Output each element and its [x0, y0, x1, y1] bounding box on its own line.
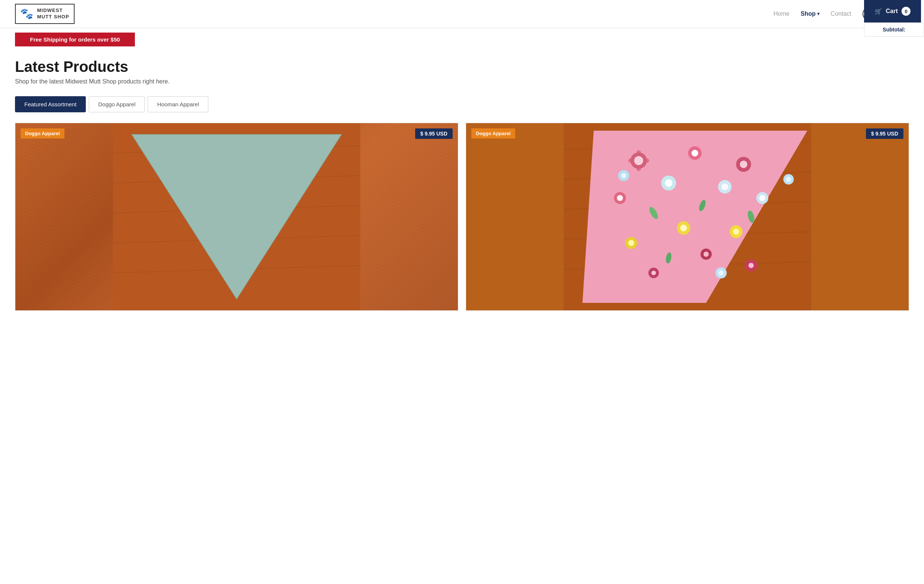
svg-point-25: [617, 195, 623, 201]
page-subtitle: Shop for the latest Midwest Mutt Shop pr…: [15, 78, 909, 85]
bandana-svg-2: [466, 123, 909, 310]
cart-button[interactable]: 🛒 Cart 0: [864, 0, 921, 23]
product-1-category-badge: Doggo Apparel: [21, 128, 64, 138]
nav-contact[interactable]: Contact: [831, 10, 851, 17]
bandana-svg-1: [15, 123, 458, 310]
product-tabs: Featured Assortment Doggo Apparel Hooman…: [15, 96, 909, 112]
product-2-price-badge: $ 9.95 USD: [866, 128, 903, 139]
product-2-category-badge: Doggo Apparel: [471, 128, 515, 138]
svg-point-49: [621, 173, 627, 178]
main-content: Latest Products Shop for the latest Midw…: [0, 51, 924, 326]
svg-point-27: [665, 179, 673, 187]
products-grid: Doggo Apparel $ 9.95 USD: [15, 123, 909, 311]
cart-dropdown: Subtotal:: [864, 23, 924, 37]
svg-point-54: [637, 150, 641, 155]
svg-point-57: [645, 158, 649, 163]
svg-point-51: [786, 177, 791, 182]
cart-area: 🛒 Cart 0 Subtotal:: [864, 0, 924, 37]
svg-point-37: [733, 229, 739, 235]
tab-hooman[interactable]: Hooman Apparel: [148, 96, 208, 112]
page-title: Latest Products: [15, 58, 909, 75]
cart-count: 0: [901, 7, 911, 16]
tab-doggo[interactable]: Doggo Apparel: [89, 96, 145, 112]
svg-point-23: [740, 161, 747, 168]
shipping-banner: Free Shipping for orders over $50: [15, 33, 135, 46]
svg-point-29: [722, 183, 728, 190]
svg-point-55: [637, 166, 641, 171]
logo[interactable]: 🐾 MIDWEST MUTT SHOP: [15, 4, 74, 24]
svg-point-43: [704, 252, 709, 257]
svg-point-35: [629, 240, 634, 246]
svg-point-31: [759, 195, 766, 201]
svg-point-47: [749, 263, 754, 268]
nav-home[interactable]: Home: [773, 10, 789, 17]
svg-point-21: [692, 150, 698, 156]
product-image-2: [466, 123, 909, 310]
product-image-1: [15, 123, 458, 310]
tab-featured[interactable]: Featured Assortment: [15, 96, 86, 112]
svg-point-45: [652, 271, 656, 275]
svg-point-19: [634, 156, 644, 165]
header: 🐾 MIDWEST MUTT SHOP Home Shop ▾ Contact …: [0, 0, 924, 28]
cart-label: Cart: [886, 8, 898, 15]
product-1-price-badge: $ 9.95 USD: [415, 128, 453, 139]
svg-point-56: [629, 158, 633, 163]
svg-point-33: [680, 225, 687, 231]
cart-icon: 🛒: [874, 8, 882, 15]
product-card-2[interactable]: Doggo Apparel $ 9.95 USD: [466, 123, 909, 311]
svg-point-53: [719, 270, 724, 276]
logo-text: MIDWEST MUTT SHOP: [37, 8, 69, 20]
logo-icon: 🐾: [20, 8, 33, 20]
chevron-down-icon: ▾: [817, 11, 820, 16]
nav-shop[interactable]: Shop ▾: [801, 10, 820, 17]
product-card-1[interactable]: Doggo Apparel $ 9.95 USD: [15, 123, 458, 311]
